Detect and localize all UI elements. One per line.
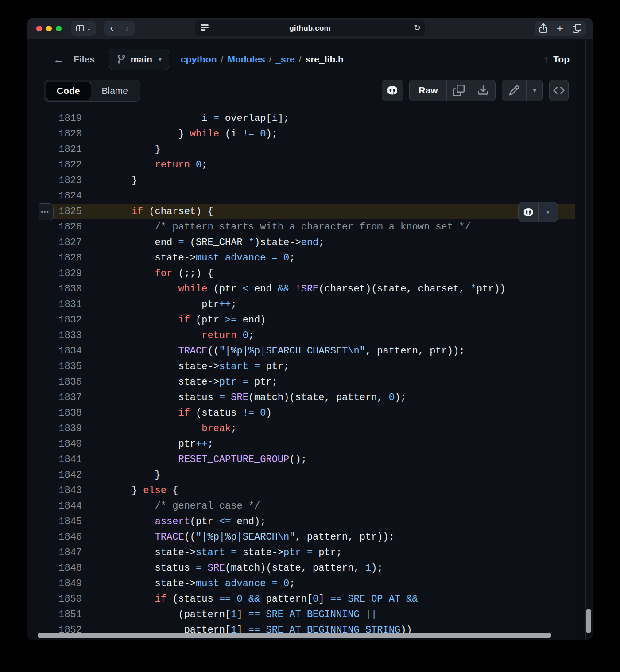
close-window-button[interactable] [36, 26, 42, 31]
new-tab-button[interactable]: + [557, 24, 563, 33]
tab-blame[interactable]: Blame [91, 82, 139, 100]
copilot-button[interactable] [382, 80, 403, 101]
code-line-row: 1821 } [39, 142, 575, 157]
code-line-text: if (status == 0 && pattern[0] == SRE_OP_… [82, 591, 418, 607]
forward-button[interactable]: › [120, 23, 135, 34]
line-number[interactable]: 1837 [39, 390, 82, 405]
line-number[interactable]: 1849 [39, 576, 82, 591]
line-number[interactable]: 1835 [39, 359, 82, 374]
line-number[interactable]: 1844 [39, 498, 82, 514]
code-line-text: state->start = state->ptr = ptr; [82, 545, 342, 560]
minimize-window-button[interactable] [46, 26, 52, 31]
file-toolbar: Code Blame Raw [27, 80, 593, 111]
browser-chrome: ⌄ ‹ › github.com ↻ + [27, 18, 593, 39]
line-number[interactable]: 1840 [39, 436, 82, 452]
pencil-icon [508, 85, 520, 96]
line-number[interactable]: 1830 [39, 281, 82, 297]
edit-file-button[interactable] [502, 80, 526, 101]
line-number[interactable]: 1846 [39, 529, 82, 545]
line-number[interactable]: 1842 [39, 467, 82, 483]
file-header: ← Files main ▾ cpython / Modules / _sre … [27, 39, 593, 80]
left-rail [27, 78, 38, 640]
edit-dropdown-button[interactable]: ▾ [526, 80, 542, 101]
sidebar-toggle-button[interactable]: ⌄ [71, 21, 96, 36]
code-line-text: } [82, 142, 161, 157]
code-line-row: 1846 TRACE(("|%p|%p|SEARCH\n", pattern, … [39, 529, 575, 545]
line-number[interactable]: 1838 [39, 405, 82, 421]
code-line-text: } [82, 467, 161, 483]
arrow-left-icon[interactable]: ← [53, 53, 65, 66]
code-line-text: if (charset) { [82, 204, 213, 219]
edit-group: ▾ [502, 80, 543, 101]
files-button[interactable]: Files [74, 54, 95, 65]
line-number[interactable]: 1832 [39, 312, 82, 328]
line-number[interactable]: 1823 [39, 173, 82, 188]
line-number[interactable]: 1836 [39, 374, 82, 390]
line-number[interactable]: 1847 [39, 545, 82, 560]
chrome-actions: + [535, 21, 586, 36]
line-number[interactable]: 1851 [39, 607, 82, 622]
raw-label: Raw [416, 85, 440, 96]
scroll-to-top-button[interactable]: ↑ Top [544, 54, 570, 65]
chevron-down-icon: ▾ [159, 56, 162, 63]
line-number[interactable]: 1824 [39, 188, 82, 204]
code-line-row: 1848 status = SRE(match)(state, pattern,… [39, 560, 575, 576]
line-number[interactable]: 1845 [39, 514, 82, 529]
code-line-row: 1822 return 0; [39, 157, 575, 173]
line-number[interactable]: 1833 [39, 328, 82, 343]
code-line-row: 1850 if (status == 0 && pattern[0] == SR… [39, 591, 575, 607]
code-blame-switcher: Code Blame [44, 80, 140, 102]
line-number[interactable]: 1848 [39, 560, 82, 576]
line-number[interactable]: 1850 [39, 591, 82, 607]
back-button[interactable]: ‹ [105, 23, 120, 34]
line-number[interactable]: 1828 [39, 250, 82, 266]
code-line-text: i = overlap[i]; [82, 111, 289, 126]
chevron-down-icon: ▾ [533, 86, 536, 94]
horizontal-scrollbar-thumb[interactable] [38, 633, 551, 638]
reader-icon[interactable] [201, 24, 209, 32]
tab-overview-button[interactable] [572, 23, 582, 33]
breadcrumb-dir-link[interactable]: _sre [275, 54, 294, 65]
code-line-text: while (ptr < end && !SRE(charset)(state,… [82, 281, 506, 297]
line-number[interactable]: 1841 [39, 452, 82, 467]
code-line-text: ptr++; [82, 436, 213, 452]
line-number[interactable]: 1843 [39, 483, 82, 498]
download-raw-button[interactable] [471, 80, 495, 101]
code-line-text [82, 188, 108, 204]
code-line-text: } [82, 173, 137, 188]
share-button[interactable] [539, 23, 548, 33]
line-number[interactable]: 1834 [39, 343, 82, 359]
line-number[interactable]: 1819 [39, 111, 82, 126]
address-bar[interactable]: github.com ↻ [195, 20, 425, 36]
line-number[interactable]: 1826 [39, 219, 82, 235]
vertical-scrollbar-thumb[interactable] [586, 609, 591, 633]
code-line-row: 1839 break; [39, 421, 575, 436]
breadcrumb-separator: / [269, 54, 272, 65]
copy-raw-button[interactable] [446, 80, 471, 101]
code-line-row: 1826 /* pattern starts with a character … [39, 219, 575, 235]
line-actions-kebab-button[interactable]: ••• [39, 203, 54, 220]
symbols-button[interactable] [549, 80, 569, 101]
tab-code[interactable]: Code [46, 82, 91, 100]
line-number[interactable]: 1839 [39, 421, 82, 436]
url-text: github.com [289, 24, 331, 33]
code-line-row: 1834 TRACE(("|%p|%p|SEARCH CHARSET\n", p… [39, 343, 575, 359]
line-number[interactable]: 1827 [39, 235, 82, 250]
branch-selector[interactable]: main ▾ [109, 49, 169, 70]
code-line-text: ptr++; [82, 297, 236, 312]
line-number[interactable]: 1822 [39, 157, 82, 173]
raw-button[interactable]: Raw [410, 80, 446, 101]
zoom-window-button[interactable] [56, 26, 62, 31]
reload-button[interactable]: ↻ [414, 23, 421, 33]
breadcrumb-dir-link[interactable]: Modules [227, 54, 265, 65]
line-number[interactable]: 1821 [39, 142, 82, 157]
code-line-row: 1837 status = SRE(match)(state, pattern,… [39, 390, 575, 405]
line-number[interactable]: 1820 [39, 126, 82, 142]
code-line-row: 1820 } while (i != 0); [39, 126, 575, 142]
line-number[interactable]: 1831 [39, 297, 82, 312]
line-number[interactable]: 1829 [39, 266, 82, 281]
inline-copilot-button[interactable] [519, 202, 538, 222]
sidebar-icon [76, 25, 84, 31]
breadcrumb-repo-link[interactable]: cpython [181, 54, 217, 65]
inline-copilot-dropdown[interactable]: ▾ [538, 202, 558, 222]
